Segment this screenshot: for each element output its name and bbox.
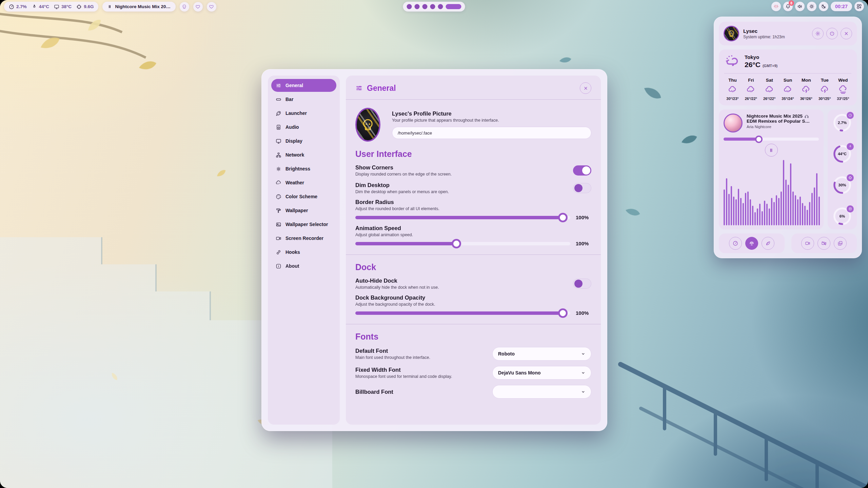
sidebar-item[interactable]: Audio: [271, 121, 336, 134]
forecast-temps: 36°/26°: [800, 97, 812, 101]
slider-value: 100%: [576, 215, 591, 220]
workspace-dot[interactable]: [446, 4, 461, 9]
system-stats-pill: 2.7% 44°C 38°C 9.6G: [4, 2, 98, 12]
setting-row-fixed-width-font: Fixed Width FontMonospace font used for …: [355, 366, 591, 380]
user-actions: [812, 28, 852, 39]
dropdown-value: Roboto: [498, 351, 581, 357]
close-icon: [844, 31, 849, 36]
profile-picture[interactable]: [355, 108, 380, 142]
visualizer-bar: [724, 189, 725, 225]
sidebar-item[interactable]: Brightness: [271, 162, 336, 175]
sidebar-item[interactable]: Network: [271, 148, 336, 161]
sidebar-item[interactable]: Launcher: [271, 107, 336, 120]
user-action-button[interactable]: [841, 28, 852, 39]
overview-button[interactable]: [854, 2, 864, 11]
visualizer-bar: [764, 201, 765, 225]
settings-content: General Lysec's Profile Picture Your pro…: [346, 76, 601, 425]
play-pause-button[interactable]: [765, 144, 778, 157]
sidebar-item[interactable]: Wallpaper Selector: [271, 218, 336, 231]
quick-toggle-button[interactable]: [807, 2, 816, 11]
sidebar-item[interactable]: Screen Recorder: [271, 232, 336, 245]
track-artist: Aria Nightcore: [747, 125, 819, 129]
heart-icon: [209, 4, 214, 9]
topbar-action-button[interactable]: [180, 2, 189, 12]
power-profile-button[interactable]: [745, 237, 758, 250]
forecast-day-label: Fri: [748, 78, 754, 83]
workspace-dot[interactable]: [415, 4, 420, 9]
topbar-action-button[interactable]: [193, 2, 203, 12]
stat-item: 38°C: [54, 4, 72, 9]
billboard-font-dropdown[interactable]: [492, 385, 591, 399]
setting-label: Dim Desktop: [355, 182, 566, 188]
tray-app-button[interactable]: [771, 2, 781, 11]
workspace-dot[interactable]: [438, 4, 443, 9]
sidebar-item[interactable]: Color Scheme: [271, 190, 336, 203]
visualizer-bar: [731, 186, 732, 225]
sidebar-item[interactable]: Hooks: [271, 246, 336, 259]
slider-knob[interactable]: [558, 213, 568, 222]
dim-desktop-toggle[interactable]: [573, 183, 591, 193]
power-profile-button[interactable]: [729, 237, 742, 250]
topbar-action-button[interactable]: [207, 2, 216, 12]
forecast-day: Sat 26°/22°: [761, 78, 778, 101]
visualizer-bar: [795, 195, 796, 225]
workspace-dot[interactable]: [407, 4, 412, 9]
seek-slider[interactable]: [724, 138, 819, 141]
media-pill[interactable]: Nightcore Music Mix 20…: [102, 2, 176, 12]
slider-value: 100%: [576, 241, 591, 246]
workspace-dot[interactable]: [430, 4, 435, 9]
stat-value: 9.6G: [84, 4, 94, 9]
sidebar-item[interactable]: About: [271, 260, 336, 272]
clock[interactable]: 00:27: [831, 2, 852, 11]
utility-button[interactable]: [801, 237, 814, 250]
visualizer-bar: [804, 206, 806, 225]
chevron-down-icon: [581, 370, 586, 375]
workspace-dot[interactable]: [422, 4, 428, 9]
visualizer-bar: [733, 197, 734, 225]
utility-button[interactable]: [834, 237, 847, 250]
sidebar-item[interactable]: Bar: [271, 93, 336, 106]
profile-path-input[interactable]: /home/lysec/.face: [392, 127, 591, 139]
auto-hide-dock-toggle[interactable]: [573, 279, 591, 289]
cloud-sun-icon: [724, 54, 740, 69]
stat-item: 9.6G: [76, 4, 94, 9]
profile-title: Lysec's Profile Picture: [392, 110, 591, 117]
fixed-width-font-dropdown[interactable]: DejaVu Sans Mono: [492, 366, 591, 380]
slider-knob[interactable]: [452, 239, 461, 248]
sidebar-item[interactable]: Weather: [271, 176, 336, 189]
visualizer-bar: [735, 199, 737, 225]
show-corners-toggle[interactable]: [573, 165, 591, 176]
utility-button[interactable]: [817, 237, 830, 250]
chevron-down-icon: [581, 351, 586, 356]
power-profile-button[interactable]: [762, 237, 774, 250]
dock-background-opacity-slider[interactable]: [355, 311, 570, 315]
slider-knob[interactable]: [558, 308, 568, 318]
animation-speed-slider[interactable]: [355, 242, 570, 245]
seek-knob[interactable]: [755, 136, 763, 143]
notifications-button[interactable]: 8: [783, 2, 793, 11]
sidebar-item[interactable]: Display: [271, 135, 336, 147]
sidebar-item[interactable]: Wallpaper: [271, 204, 336, 217]
profile-path-value: /home/lysec/.face: [398, 130, 432, 136]
cloud-rain-icon: [765, 85, 774, 94]
sidebar-item-label: About: [285, 263, 299, 269]
flame-icon: [32, 4, 37, 9]
panel-bottom-row: [719, 233, 857, 253]
border-radius-slider[interactable]: [355, 216, 570, 219]
weather-city: Tokyo: [745, 54, 777, 60]
user-action-button[interactable]: [812, 28, 824, 39]
stat-value: 44°C: [39, 4, 49, 9]
profile-description: Your profile picture that appears throug…: [392, 118, 591, 123]
default-font-dropdown[interactable]: Roboto: [492, 347, 591, 361]
quick-toggle-button[interactable]: [795, 2, 805, 11]
sidebar-item[interactable]: General: [271, 79, 336, 92]
sidebar-item-label: Hooks: [285, 249, 300, 255]
sidebar-item-label: Bar: [285, 97, 293, 102]
close-button[interactable]: [580, 82, 591, 94]
sidebar-item-label: Network: [285, 152, 304, 158]
visualizer-bar: [776, 195, 777, 225]
quick-toggle-button[interactable]: [819, 2, 828, 11]
user-action-button[interactable]: [826, 28, 838, 39]
setting-description: Dim the desktop when panels or menus are…: [355, 189, 566, 194]
pause-icon: [769, 148, 774, 153]
